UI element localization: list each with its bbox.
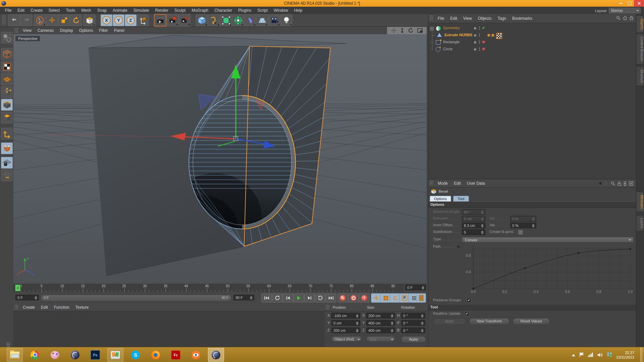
autokey-button[interactable] [348, 293, 359, 303]
viewport[interactable]: y x z Perspective [13, 34, 427, 283]
object-row-circle[interactable]: Circle ✖ [428, 46, 636, 53]
goto-end-button[interactable] [326, 293, 336, 303]
close-button[interactable] [634, 0, 644, 7]
visibility-dot[interactable] [474, 41, 476, 44]
size-y-field[interactable]: 400 cm [366, 320, 395, 326]
type-dropdown[interactable]: Convex [462, 237, 634, 243]
visibility-toggles[interactable] [479, 48, 480, 52]
stepper-icon[interactable] [422, 286, 425, 290]
menu-animate[interactable]: Animate [110, 7, 130, 14]
object-name[interactable]: Circle [443, 47, 452, 51]
render-view-button[interactable] [154, 14, 166, 26]
om-menu-view[interactable]: View [460, 15, 475, 22]
menu-character[interactable]: Character [211, 7, 235, 14]
viewport-menu-panel[interactable]: Panel [111, 27, 127, 34]
add-deformer-button[interactable] [244, 14, 256, 26]
material-menu-texture[interactable]: Texture [72, 304, 92, 311]
maximum-angle-field[interactable]: 89 ° [462, 209, 485, 215]
render-settings-button[interactable] [179, 14, 191, 26]
menu-mograph[interactable]: MoGraph [189, 7, 211, 14]
rot-h-field[interactable]: 0 ° [401, 313, 425, 318]
coord-size-dropdown[interactable]: Size [366, 336, 395, 342]
object-row-extrude-nurbs[interactable]: Extrude NURBS [428, 32, 636, 39]
rotate-view-icon[interactable] [408, 28, 414, 33]
ruler-frame-field[interactable]: 0 F [405, 285, 426, 290]
unlock-icon[interactable] [618, 181, 621, 186]
undo-button[interactable] [8, 14, 20, 26]
tab-content-browser[interactable]: Content Browser [637, 34, 644, 64]
material-menu-create[interactable]: Create [20, 304, 38, 311]
add-light-button[interactable] [280, 14, 292, 26]
add-environment-button[interactable] [256, 14, 268, 26]
history-forward-icon[interactable] [604, 181, 608, 185]
goto-start-button[interactable] [261, 293, 272, 303]
taskbar-cinema4d-active[interactable] [208, 348, 224, 362]
volume-icon[interactable] [597, 353, 603, 357]
toggle-view-icon[interactable] [417, 28, 423, 33]
extrusion-field[interactable]: 5 cm [462, 216, 485, 222]
search-icon[interactable] [616, 16, 621, 20]
system-clock[interactable]: 22.27 13/11/2013 [616, 350, 634, 360]
visibility-dot[interactable] [474, 34, 476, 37]
tab-options[interactable]: Options [430, 196, 451, 202]
timeline-mode-button[interactable] [417, 293, 426, 303]
model-mode-button[interactable] [1, 48, 13, 60]
make-editable-button[interactable] [1, 32, 13, 44]
object-row-symmetry[interactable]: − Symmetry ✔ [428, 25, 636, 32]
visibility-toggles[interactable] [479, 34, 480, 38]
workplane-mode-button[interactable] [1, 73, 13, 85]
x-axis-lock-button[interactable]: X [101, 14, 112, 26]
om-menu-edit[interactable]: Edit [447, 15, 460, 22]
dropbox-icon[interactable] [607, 352, 612, 357]
viewport-menu-filter[interactable]: Filter [96, 27, 111, 34]
axis-mode-button[interactable] [1, 128, 13, 139]
rot-b-field[interactable]: 0 ° [401, 327, 425, 333]
add-modeling-object-button[interactable] [232, 14, 244, 26]
taskbar-file-explorer[interactable] [7, 348, 23, 362]
taskbar-chrome[interactable] [27, 348, 43, 362]
layout-dropdown[interactable]: Startup [609, 8, 641, 13]
enabled-check-icon[interactable]: ✔ [482, 26, 485, 30]
taskbar-blender[interactable] [188, 348, 204, 362]
attribute-manager-grip[interactable] [429, 180, 433, 185]
viewport-menu-view[interactable]: View [20, 27, 35, 34]
var1-field[interactable]: 0 % [510, 216, 536, 222]
link-icon[interactable] [624, 181, 627, 186]
history-back-icon[interactable] [598, 181, 602, 185]
polygons-mode-button[interactable] [1, 112, 13, 123]
tab-layers[interactable]: Layers [637, 215, 644, 231]
taskbar-photoshop[interactable]: Ps [87, 348, 103, 362]
symmetry-object-icon[interactable] [436, 26, 441, 31]
object-manager-grip[interactable] [429, 15, 433, 20]
inner-offset-field[interactable]: 8.3 cm [462, 223, 485, 228]
pos-y-field[interactable]: 0 cm [331, 320, 360, 326]
pos-x-field[interactable]: -100 cm [331, 313, 360, 318]
next-key-button[interactable] [315, 293, 326, 303]
menu-window[interactable]: Window [271, 7, 291, 14]
rectangle-spline-icon[interactable] [436, 40, 441, 45]
path-curve-editor[interactable]: 0.00.20.40.60.81.00.40.8 [462, 244, 634, 295]
menu-render[interactable]: Render [152, 7, 171, 14]
taskbar-paint[interactable] [47, 348, 63, 362]
next-frame-button[interactable] [304, 293, 315, 303]
viewport-menu-display[interactable]: Display [57, 27, 76, 34]
disabled-cross-icon[interactable]: ✖ [482, 40, 485, 44]
om-menu-tags[interactable]: Tags [495, 15, 509, 22]
am-menu-edit[interactable]: Edit [451, 180, 464, 187]
preview-range-slider[interactable]: 0 F 90 F [41, 295, 231, 301]
object-row-rectangle[interactable]: Rectangle ✖ [428, 39, 636, 46]
menu-mesh[interactable]: Mesh [78, 7, 94, 14]
options-section-header[interactable]: Options [428, 201, 636, 208]
tool-section-header[interactable]: Tool [428, 304, 636, 310]
taskbar-firefox[interactable] [148, 348, 164, 362]
visibility-dot[interactable] [474, 27, 476, 29]
visibility-dot[interactable] [474, 48, 476, 51]
tab-tool[interactable]: Tool [453, 196, 469, 202]
tab-structure[interactable]: Structure [637, 66, 644, 86]
last-used-tool-button[interactable] [84, 14, 95, 26]
render-to-picture-viewer-button[interactable] [167, 14, 178, 26]
search-icon[interactable] [611, 181, 615, 186]
rot-p-field[interactable]: 0 ° [401, 320, 425, 326]
menu-create[interactable]: Create [28, 7, 46, 14]
edges-mode-button[interactable] [1, 99, 13, 111]
